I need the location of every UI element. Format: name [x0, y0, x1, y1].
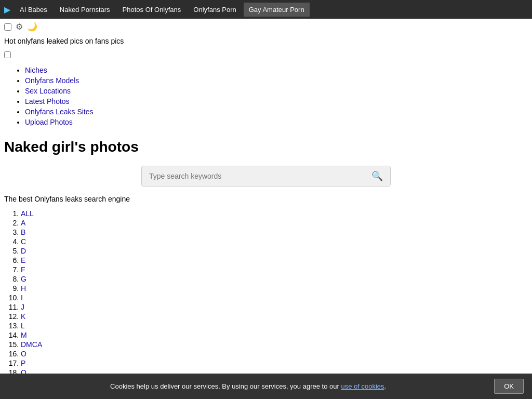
list-item: D	[21, 247, 528, 255]
list-item: I	[21, 294, 528, 302]
list-item: M	[21, 331, 528, 339]
list-item: F	[21, 265, 528, 274]
sub-text: The best Onlyfans leaks search engine	[0, 193, 532, 209]
main-checkbox[interactable]	[4, 23, 11, 31]
search-button[interactable]: 🔍	[364, 166, 390, 186]
list-item: Onlyfans Leaks Sites	[25, 108, 522, 116]
alpha-l[interactable]: L	[21, 322, 25, 330]
list-item: Latest Photos	[25, 97, 522, 105]
list-item: J	[21, 303, 528, 311]
list-item: Onlyfans Models	[25, 76, 522, 85]
nav-photos-onlyfans[interactable]: Photos Of Onlyfans	[117, 3, 187, 17]
nav-sex-locations[interactable]: Sex Locations	[25, 87, 71, 95]
alpha-k[interactable]: K	[21, 312, 25, 321]
list-item: E	[21, 256, 528, 264]
alpha-f[interactable]: F	[21, 265, 25, 274]
cookie-text: Cookies help us deliver our services. By…	[8, 382, 488, 390]
left-navigation: Niches Onlyfans Models Sex Locations Lat…	[0, 62, 532, 132]
site-title-text: Hot onlyfans leaked pics on fans pics	[4, 37, 124, 45]
nav-gay-amateur-porn[interactable]: Gay Amateur Porn	[244, 3, 310, 17]
list-item: O	[21, 350, 528, 358]
alpha-a[interactable]: A	[21, 219, 25, 227]
nav-onlyfans-models[interactable]: Onlyfans Models	[25, 76, 79, 85]
alpha-d[interactable]: D	[21, 247, 26, 255]
nav-latest-photos[interactable]: Latest Photos	[25, 97, 70, 105]
site-title-link[interactable]: Hot onlyfans leaked pics on fans pics	[4, 37, 124, 45]
list-item: DMCA	[21, 340, 528, 349]
list-item: Niches	[25, 66, 522, 74]
alpha-o[interactable]: O	[21, 350, 26, 358]
nav-upload-photos[interactable]: Upload Photos	[25, 118, 73, 126]
alpha-all[interactable]: ALL	[21, 209, 34, 218]
nav-ai-babes[interactable]: AI Babes	[15, 3, 52, 17]
search-area: 🔍	[0, 159, 532, 193]
list-item: P	[21, 359, 528, 367]
alpha-j[interactable]: J	[21, 303, 24, 311]
list-item: C	[21, 237, 528, 246]
gear-icon[interactable]: ⚙	[16, 22, 23, 32]
list-item: H	[21, 284, 528, 292]
nav-onlyfans-leaks-sites[interactable]: Onlyfans Leaks Sites	[25, 108, 94, 116]
search-box: 🔍	[141, 166, 391, 187]
secondary-checkbox[interactable]	[4, 51, 11, 58]
alpha-p[interactable]: P	[21, 359, 25, 367]
controls-row: ⚙ 🌙	[0, 19, 532, 35]
top-navigation: ▶ AI Babes Naked Pornstars Photos Of Onl…	[0, 0, 532, 19]
nav-niches[interactable]: Niches	[25, 66, 47, 74]
second-checkbox-row	[0, 49, 532, 62]
page-title: Naked girl's photos	[0, 132, 532, 159]
alpha-b[interactable]: B	[21, 228, 25, 236]
alpha-i[interactable]: I	[21, 294, 23, 302]
list-item: G	[21, 275, 528, 283]
list-item: A	[21, 219, 528, 227]
cookie-ok-button[interactable]: OK	[494, 379, 524, 394]
alpha-e[interactable]: E	[21, 256, 25, 264]
alpha-h[interactable]: H	[21, 284, 26, 292]
cookie-link[interactable]: use of cookies	[341, 382, 384, 390]
alpha-dmca[interactable]: DMCA	[21, 340, 42, 349]
search-input[interactable]	[142, 167, 364, 185]
list-item: L	[21, 322, 528, 330]
alpha-m[interactable]: M	[21, 331, 27, 339]
list-item: Upload Photos	[25, 118, 522, 126]
cookie-message: Cookies help us deliver our services. By…	[110, 382, 339, 390]
nav-onlyfans-porn[interactable]: Onlyfans Porn	[188, 3, 241, 17]
cookie-bar: Cookies help us deliver our services. By…	[0, 374, 532, 399]
dark-mode-icon[interactable]: 🌙	[27, 22, 37, 32]
list-item: B	[21, 228, 528, 236]
alpha-list: ALL A B C D E F G H I J K L M DMCA O P Q	[0, 209, 532, 399]
logo-icon: ▶	[4, 5, 10, 15]
list-item: K	[21, 312, 528, 321]
list-item: Sex Locations	[25, 87, 522, 95]
list-item: ALL	[21, 209, 528, 218]
alpha-g[interactable]: G	[21, 275, 26, 283]
nav-naked-pornstars[interactable]: Naked Pornstars	[55, 3, 115, 17]
site-title: Hot onlyfans leaked pics on fans pics	[0, 35, 532, 49]
alpha-c[interactable]: C	[21, 237, 26, 246]
